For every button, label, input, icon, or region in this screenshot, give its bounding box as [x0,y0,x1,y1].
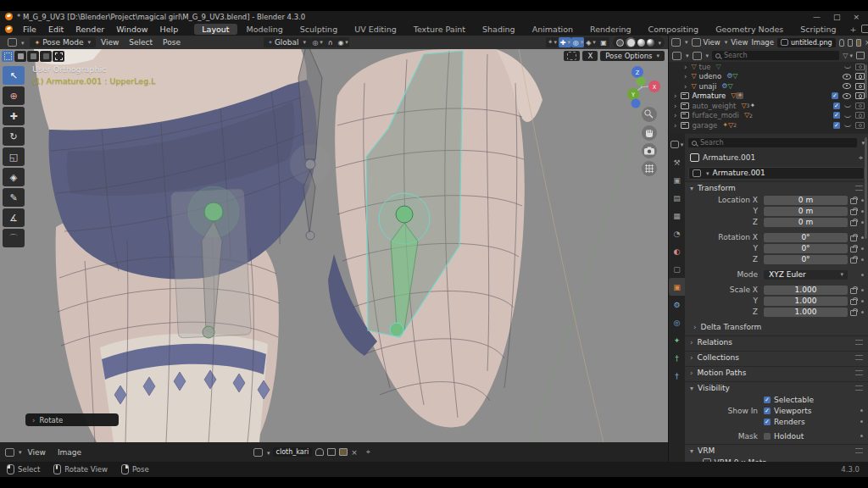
outliner-row-tue[interactable]: tue [669,62,868,72]
mode-dropdown[interactable]: ✦ Pose Mode [30,37,96,47]
tab-geometry-nodes[interactable]: Geometry Nodes [708,24,791,35]
menu-window[interactable]: Window [110,25,153,34]
lock-icon[interactable] [850,198,857,204]
camera-visibility-icon[interactable] [855,73,865,80]
properties-scrollbar[interactable] [865,137,867,239]
holdout-checkbox[interactable] [764,433,771,440]
scale-x-field[interactable]: 1.000 [764,286,848,295]
animate-dot[interactable] [860,435,863,437]
select-mode-subtract[interactable] [27,51,39,62]
rotation-x-field[interactable]: 0° [764,233,848,242]
menu-select[interactable]: Select [124,37,158,47]
camera-visibility-icon[interactable] [855,64,865,70]
image-datablock[interactable]: cloth_kari [273,447,313,457]
gizmo-xform-icon[interactable] [564,51,580,61]
hide-eye-closed-icon[interactable] [844,123,851,127]
shading-wireframe-button[interactable] [616,39,624,47]
tab-view-layer[interactable]: ▦ [669,207,685,225]
display-mode-dropdown[interactable] [693,52,709,60]
tool-select-box[interactable] [3,66,25,85]
minimize-button[interactable]: — [813,13,821,21]
open-folder-icon[interactable] [856,39,861,47]
tab-scene[interactable]: ◔ [669,225,685,242]
select-mode-intersect[interactable] [53,51,64,62]
animate-dot[interactable] [861,274,864,276]
location-x-field[interactable]: 0 m [764,196,848,205]
shading-solid-button[interactable] [627,39,635,47]
rotation-z-field[interactable]: 0° [764,255,848,264]
orientation-dropdown[interactable]: ⌖ Global [264,37,311,47]
camera-visibility-icon[interactable] [855,92,865,99]
tab-texture-paint[interactable]: Texture Paint [406,24,473,35]
hide-eye-closed-icon[interactable] [844,64,851,69]
shading-rendered-button[interactable] [647,39,654,47]
blender-menu-icon[interactable] [5,25,13,33]
editor-type-button[interactable] [3,37,30,47]
compositor-toggle[interactable]: ▣ [597,37,609,47]
camera-visibility-icon[interactable] [855,122,865,129]
tab-sculpting[interactable]: Sculpting [292,24,345,35]
editor-type-button[interactable] [671,38,688,47]
menu-view[interactable]: View [96,37,124,47]
filter-funnel-icon[interactable]: ▽ [843,52,853,59]
outliner-scrollbar[interactable] [865,64,867,98]
editor-type-button[interactable] [672,52,689,60]
tab-constraints[interactable]: ⚙ [669,296,685,313]
gizmo-y-label[interactable]: Y [631,92,635,98]
camera-visibility-icon[interactable] [855,112,865,119]
animate-dot[interactable] [861,300,864,302]
outliner-row-unaji[interactable]: unaji [669,81,868,92]
unlink-image-button[interactable]: × [865,38,868,47]
vrm-panel-header[interactable]: VRM [685,445,868,457]
tab-render[interactable]: ▣ [669,171,685,189]
collection-checkbox[interactable] [832,92,838,99]
scene-selector[interactable]: Scene [861,25,868,33]
pose-options-dropdown[interactable]: Pose Options [600,51,665,61]
tab-shading[interactable]: Shading [475,24,523,35]
outliner-row-udeno[interactable]: udeno [669,72,868,82]
menu-file[interactable]: File [17,25,42,34]
tab-uv-editing[interactable]: UV Editing [347,24,404,35]
maximize-button[interactable]: □ [833,13,841,21]
shading-material-button[interactable] [637,39,645,47]
menu-image[interactable]: Image [52,448,87,457]
relations-panel-header[interactable]: Relations [685,336,868,348]
selectable-checkbox[interactable] [764,396,771,403]
tab-scripting[interactable]: Scripting [793,24,843,35]
camera-visibility-icon[interactable] [855,103,865,109]
axis-x-toggle[interactable]: X [582,51,598,61]
menu-render[interactable]: Render [70,25,110,34]
animate-dot[interactable] [860,420,863,423]
show-viewports-checkbox[interactable] [764,408,771,414]
hide-eye-open-icon[interactable] [843,83,851,89]
hide-eye-open-icon[interactable] [843,74,851,80]
rotation-mode-dropdown[interactable]: XYZ Euler [764,270,848,280]
object-name-field[interactable]: Armature.001 [688,167,865,180]
camera-visibility-icon[interactable] [855,83,865,90]
lock-icon[interactable] [850,220,857,226]
collection-checkbox[interactable] [833,122,840,129]
rotation-y-field[interactable]: 0° [764,244,848,253]
pan-hand-button[interactable] [642,125,657,141]
outliner-row-furface-modi[interactable]: furface_modi 2 [669,111,868,121]
select-mode-set[interactable] [2,51,14,62]
tab-tool[interactable]: ⚒ [669,153,685,171]
tab-output[interactable]: ▤ [669,189,685,207]
hide-eye-closed-icon[interactable] [844,114,851,118]
pin-icon[interactable]: ⌖ [366,447,370,457]
panel-grip[interactable] [855,186,863,191]
menu-view[interactable]: View [731,38,748,47]
transform-panel-header[interactable]: Transform [685,182,868,194]
delta-transform-header[interactable]: Delta Transform [685,321,868,333]
animate-dot[interactable] [861,210,864,213]
menu-help[interactable]: Help [154,25,185,34]
animate-dot[interactable] [861,221,864,224]
zoom-button[interactable] [642,107,657,122]
motion-paths-panel-header[interactable]: Motion Paths [685,367,868,379]
editor-type-button[interactable] [5,448,22,457]
tool-rotate[interactable] [3,127,25,146]
tab-bone-constraints[interactable]: † [669,367,685,385]
select-mode-extend[interactable] [14,51,26,62]
tab-collection[interactable]: ▢ [669,260,685,278]
properties-search-input[interactable] [688,138,857,147]
